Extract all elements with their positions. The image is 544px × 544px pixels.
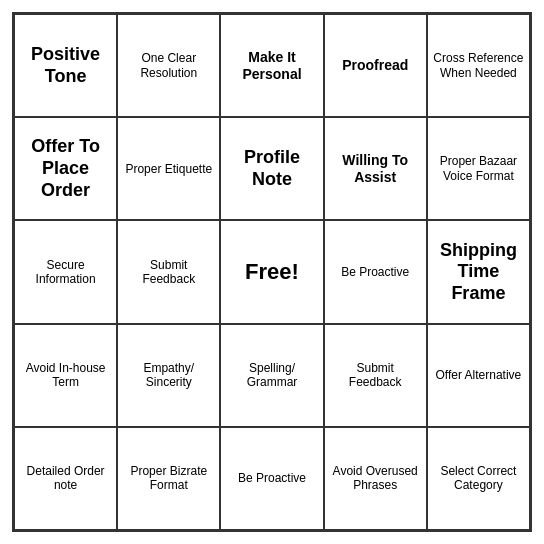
bingo-cell-text-r1c4: Proper Bazaar Voice Format: [432, 154, 525, 183]
bingo-cell-r1c3: Willing To Assist: [324, 117, 427, 220]
bingo-cell-r0c0: Positive Tone: [14, 14, 117, 117]
bingo-cell-text-r3c0: Avoid In-house Term: [19, 361, 112, 390]
bingo-cell-text-r1c0: Offer To Place Order: [19, 136, 112, 201]
bingo-cell-r1c0: Offer To Place Order: [14, 117, 117, 220]
bingo-cell-text-r4c3: Avoid Overused Phrases: [329, 464, 422, 493]
bingo-cell-text-r1c3: Willing To Assist: [329, 152, 422, 186]
bingo-cell-r2c1: Submit Feedback: [117, 220, 220, 323]
bingo-cell-r1c4: Proper Bazaar Voice Format: [427, 117, 530, 220]
bingo-cell-r0c4: Cross Reference When Needed: [427, 14, 530, 117]
bingo-cell-text-r3c3: Submit Feedback: [329, 361, 422, 390]
bingo-cell-text-r4c4: Select Correct Category: [432, 464, 525, 493]
bingo-cell-r3c3: Submit Feedback: [324, 324, 427, 427]
bingo-cell-text-r0c3: Proofread: [342, 57, 408, 74]
bingo-cell-text-r3c1: Empathy/ Sincerity: [122, 361, 215, 390]
bingo-cell-text-r0c0: Positive Tone: [19, 44, 112, 87]
bingo-cell-text-r4c1: Proper Bizrate Format: [122, 464, 215, 493]
bingo-cell-r0c1: One Clear Resolution: [117, 14, 220, 117]
bingo-cell-text-r1c1: Proper Etiquette: [125, 162, 212, 176]
bingo-cell-r4c1: Proper Bizrate Format: [117, 427, 220, 530]
bingo-cell-text-r0c2: Make It Personal: [225, 49, 318, 83]
bingo-cell-r1c2: Profile Note: [220, 117, 323, 220]
bingo-cell-r3c1: Empathy/ Sincerity: [117, 324, 220, 427]
bingo-cell-text-r2c3: Be Proactive: [341, 265, 409, 279]
bingo-board: Positive ToneOne Clear ResolutionMake It…: [12, 12, 532, 532]
bingo-cell-r2c4: Shipping Time Frame: [427, 220, 530, 323]
bingo-cell-text-r4c2: Be Proactive: [238, 471, 306, 485]
bingo-cell-r2c2: Free!: [220, 220, 323, 323]
bingo-cell-r1c1: Proper Etiquette: [117, 117, 220, 220]
bingo-cell-r4c2: Be Proactive: [220, 427, 323, 530]
bingo-cell-text-r1c2: Profile Note: [225, 147, 318, 190]
bingo-cell-text-r2c1: Submit Feedback: [122, 258, 215, 287]
bingo-cell-r0c2: Make It Personal: [220, 14, 323, 117]
bingo-cell-r3c4: Offer Alternative: [427, 324, 530, 427]
bingo-cell-r2c0: Secure Information: [14, 220, 117, 323]
bingo-cell-text-r0c4: Cross Reference When Needed: [432, 51, 525, 80]
bingo-cell-r3c0: Avoid In-house Term: [14, 324, 117, 427]
bingo-cell-r4c0: Detailed Order note: [14, 427, 117, 530]
bingo-cell-text-r2c0: Secure Information: [19, 258, 112, 287]
bingo-cell-text-r3c4: Offer Alternative: [435, 368, 521, 382]
bingo-cell-r3c2: Spelling/ Grammar: [220, 324, 323, 427]
bingo-cell-text-r3c2: Spelling/ Grammar: [225, 361, 318, 390]
bingo-cell-r2c3: Be Proactive: [324, 220, 427, 323]
bingo-cell-r4c3: Avoid Overused Phrases: [324, 427, 427, 530]
bingo-cell-text-r2c2: Free!: [245, 259, 299, 285]
bingo-cell-text-r0c1: One Clear Resolution: [122, 51, 215, 80]
bingo-cell-text-r4c0: Detailed Order note: [19, 464, 112, 493]
bingo-cell-r0c3: Proofread: [324, 14, 427, 117]
bingo-cell-r4c4: Select Correct Category: [427, 427, 530, 530]
bingo-cell-text-r2c4: Shipping Time Frame: [432, 240, 525, 305]
